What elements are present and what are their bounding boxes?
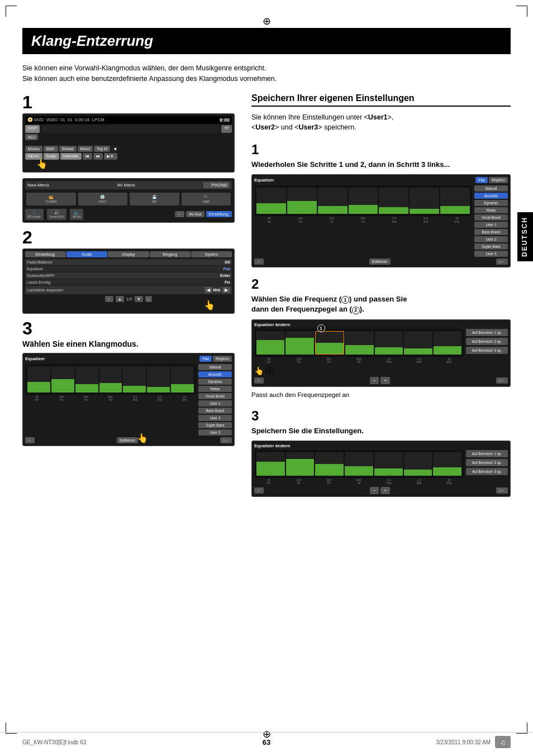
circle2-area: 👆 2 xyxy=(254,366,464,375)
natural-btn[interactable]: Natural xyxy=(198,364,232,370)
sd-icon-btn[interactable]: 💾 SD xyxy=(130,193,179,205)
bt-audio-btn[interactable]: 🎵 BT-Audio xyxy=(25,209,44,220)
relax-btn[interactable]: Relax xyxy=(198,386,232,392)
r1-user2[interactable]: User 2 xyxy=(474,236,508,242)
freq4: 800Hz xyxy=(99,396,122,402)
fader-value: 0/0 xyxy=(225,260,230,264)
page-title: Klang-Entzerrung xyxy=(31,32,502,50)
eq-change-back-3[interactable]: ← xyxy=(254,487,264,494)
sub-step2-number: 2 xyxy=(251,276,511,292)
plus3-btn[interactable]: + xyxy=(380,487,390,494)
right-intro: Sie können Ihre Einstellungen unter <Use… xyxy=(251,112,511,133)
spacer xyxy=(25,141,232,146)
save-user3-btn[interactable]: Auf Benutzer 3 sp. xyxy=(466,347,508,354)
step3-eq-screen: Equalizer Flat Rhythm xyxy=(22,353,235,446)
av-aus-btn[interactable]: AV Aus xyxy=(186,211,204,217)
vocal-boost-btn[interactable]: Vocal Boost xyxy=(198,393,232,399)
front-aux-btn[interactable]: 🔊 Front AUX xyxy=(47,209,66,220)
right-rhythm-btn[interactable]: Rhythm xyxy=(489,177,508,183)
back-btn[interactable]: ← xyxy=(105,296,113,302)
r1-relax[interactable]: Relax xyxy=(474,207,508,213)
untertitel-btn[interactable]: Untertitel xyxy=(60,153,82,160)
r1-user1[interactable]: User 1 xyxy=(474,222,508,228)
main-content: Klang-Entzerrung Sie können eine Vorwahl… xyxy=(22,28,511,506)
r1-editieren-btn[interactable]: Editieren xyxy=(369,259,391,265)
av-in-btn[interactable]: 📺 AV-IN xyxy=(70,209,83,220)
r1-back-btn[interactable]: ← xyxy=(254,259,264,265)
home-btn2[interactable]: ⌂ xyxy=(145,296,152,302)
rhythm-btn[interactable]: Rhythm xyxy=(213,356,232,362)
save-user1-btn[interactable]: Auf Benutzer 1 sp. xyxy=(466,329,508,336)
eq-home-btn[interactable]: ⌂← xyxy=(220,437,232,443)
modus-btn[interactable]: Modus xyxy=(25,146,42,152)
settings-tabs: Einstellung. Audio Display Eingang Syste… xyxy=(25,251,232,257)
eq-change-back-2[interactable]: ← xyxy=(254,377,264,384)
r1-bass[interactable]: Bass Boost xyxy=(474,229,508,235)
plus-btn[interactable]: + xyxy=(380,377,390,384)
minus3-btn[interactable]: − xyxy=(370,487,379,494)
next-btn[interactable]: ⏭ xyxy=(93,153,103,160)
topm-btn[interactable]: Top M xyxy=(94,146,110,152)
save3-user1-btn[interactable]: Auf Benutzer 1 sp. xyxy=(466,450,508,457)
usb-icon-btn[interactable]: 🔌 USB xyxy=(182,193,231,205)
super-bass-btn[interactable]: Super Bass xyxy=(198,422,232,428)
prev-btn[interactable]: ⏮ xyxy=(83,153,92,160)
user2-btn[interactable]: User 2 xyxy=(198,415,232,421)
tuner-icon-btn[interactable]: 📻 TUNER xyxy=(26,193,76,205)
phone-btn[interactable]: 📞 PHONE xyxy=(203,182,230,188)
r1-vocal[interactable]: Vocal Boost xyxy=(474,214,508,221)
dynamic-btn[interactable]: Dynamic xyxy=(198,379,232,385)
up-btn[interactable]: ▲ xyxy=(116,296,124,302)
user3-btn[interactable]: User 3 xyxy=(198,429,232,436)
bildf-btn[interactable]: Bildf. xyxy=(44,146,58,152)
settings-row-2: Subwoofer/HPF Enter xyxy=(25,272,232,279)
sub-step3-number: 3 xyxy=(251,408,511,424)
tab-display[interactable]: Display xyxy=(108,251,149,257)
tab-audio[interactable]: Audio xyxy=(66,251,107,257)
nav-back-btn[interactable]: ← xyxy=(175,211,184,217)
adj-btn[interactable]: ADJ xyxy=(25,134,38,140)
black-btn[interactable]: ■ xyxy=(111,146,119,152)
play-btn[interactable]: ▶/⏸ xyxy=(104,153,117,160)
lautp-left[interactable]: ◀ xyxy=(204,287,212,293)
section-title: Speichern Ihrer eigenen Einstellungen xyxy=(251,93,511,107)
eq-back-btn[interactable]: ← xyxy=(25,437,35,443)
user1-btn[interactable]: User 1 xyxy=(198,400,232,406)
down-btn[interactable]: ▼ xyxy=(135,296,143,302)
r1-acoustic[interactable]: Acoustic xyxy=(474,193,508,199)
tp-btn[interactable]: TP xyxy=(221,125,232,133)
eq-change-ctrl-3: − + xyxy=(370,487,390,494)
eq-change-home-2[interactable]: ⌂← xyxy=(496,377,508,384)
eq-change-home-3[interactable]: ⌂← xyxy=(496,487,508,494)
disp-btn[interactable]: DISP xyxy=(25,125,40,133)
minus-btn[interactable]: − xyxy=(370,377,379,384)
save3-user2-btn[interactable]: Auf Benutzer 2 sp. xyxy=(466,459,508,466)
bass-boost-btn[interactable]: Bass Boost xyxy=(198,408,232,414)
save-user2-btn[interactable]: Auf Benutzer 2 sp. xyxy=(466,338,508,345)
dvd-label: 📀 DVD xyxy=(27,117,44,122)
flat-btn[interactable]: Flat xyxy=(199,356,212,362)
editieren-btn[interactable]: Editieren xyxy=(117,437,138,443)
r1-dynamic[interactable]: Dynamic xyxy=(474,200,508,206)
right-flat-btn[interactable]: Flat xyxy=(475,177,488,183)
step1-number: 1 xyxy=(22,93,235,111)
footer-right-area: 3/23/2011 9:00:32 AM ♫ xyxy=(436,736,511,748)
r1-natural[interactable]: Natural xyxy=(474,185,508,192)
nav-icons-row: 📻 TUNER 💿 DISC 💾 SD 🔌 USB xyxy=(25,191,232,207)
acoustic-btn[interactable]: Acoustic xyxy=(198,371,232,377)
tab-einstellung[interactable]: Einstellung. xyxy=(25,251,66,257)
disc-icon-btn[interactable]: 💿 DISC xyxy=(78,193,128,205)
r1-user3[interactable]: User 3 xyxy=(474,251,508,257)
eq-change-title-2: Equalizer ändern xyxy=(254,322,508,327)
eq-value: Flat xyxy=(223,267,230,271)
tab-system[interactable]: System xyxy=(191,251,232,257)
r1-sbass[interactable]: Super Bass xyxy=(474,243,508,250)
tab-eingang[interactable]: Eingang xyxy=(150,251,191,257)
lautp-right[interactable]: ▶ xyxy=(222,287,230,293)
save3-user3-btn[interactable]: Auf Benutzer 3 sp. xyxy=(466,468,508,475)
menu-btn[interactable]: Menü xyxy=(78,146,93,152)
winkel-btn[interactable]: Winkel xyxy=(59,146,77,152)
r1-home-btn[interactable]: ⌂← xyxy=(496,259,508,265)
eq-change-title-3: Equalizer ändern xyxy=(254,443,508,448)
einst-btn[interactable]: Einstellung. xyxy=(206,211,232,217)
